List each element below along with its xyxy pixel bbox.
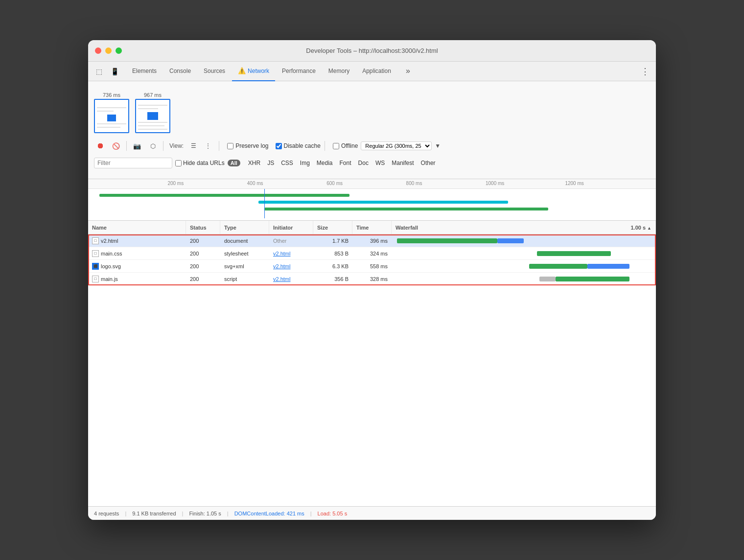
td-status-0: 200 xyxy=(186,234,220,247)
td-initiator-0: Other xyxy=(269,234,313,247)
td-waterfall-3 xyxy=(392,273,656,285)
tab-memory[interactable]: Memory xyxy=(323,62,355,81)
status-bar: 4 requests | 9.1 KB transferred | Finish… xyxy=(88,506,656,520)
devtools-menu-icon[interactable]: ⋮ xyxy=(638,65,652,78)
offline-checkbox[interactable] xyxy=(333,143,339,149)
timeline-bar-green-2 xyxy=(264,208,548,210)
tab-bar: ⬚ 📱 Elements Console Sources ⚠️ Network … xyxy=(88,62,656,81)
th-waterfall[interactable]: Waterfall 1.00 s▲ xyxy=(392,221,656,234)
ruler-tick-1200: 1200 ms xyxy=(565,181,583,186)
tree-view-icon[interactable]: ⋮ xyxy=(201,139,215,153)
table-row[interactable]: □ v2.html 200 document Other 1.7 KB 396 … xyxy=(88,234,656,247)
filter-font[interactable]: Font xyxy=(337,159,354,167)
timeline-bar-green-1 xyxy=(99,194,349,197)
filename-1: main.css xyxy=(101,251,122,257)
type-filters: XHR JS CSS Img Media Font Doc WS Manifes… xyxy=(245,159,439,167)
status-dom-content: DOMContentLoaded: 421 ms xyxy=(234,511,304,516)
filter-media[interactable]: Media xyxy=(314,159,336,167)
minimize-button[interactable] xyxy=(105,47,112,54)
clear-button[interactable]: 🚫 xyxy=(110,140,122,152)
filter-icon-button[interactable]: ⬡ xyxy=(146,140,159,152)
device-icon[interactable]: 📱 xyxy=(108,65,121,78)
table-row[interactable]: ⬛ logo.svg 200 svg+xml v2.html 6.3 KB 55… xyxy=(88,260,656,273)
tab-more[interactable]: » xyxy=(400,62,416,81)
filter-css[interactable]: CSS xyxy=(278,159,296,167)
th-name[interactable]: Name xyxy=(88,221,186,234)
filter-input[interactable] xyxy=(94,158,172,168)
td-name-1: □ main.css xyxy=(88,247,186,259)
thumbnail-item-0[interactable]: 736 ms xyxy=(94,92,129,133)
fullscreen-button[interactable] xyxy=(116,47,122,54)
wf-bar-green-0 xyxy=(397,238,497,243)
hide-data-urls-checkbox[interactable] xyxy=(175,160,182,166)
td-waterfall-2 xyxy=(392,260,656,272)
td-initiator-1[interactable]: v2.html xyxy=(269,247,313,259)
tab-elements[interactable]: Elements xyxy=(126,62,163,81)
td-type-3: script xyxy=(220,273,269,285)
td-initiator-3[interactable]: v2.html xyxy=(269,273,313,285)
filter-doc[interactable]: Doc xyxy=(355,159,372,167)
td-waterfall-0 xyxy=(392,234,656,247)
filter-other[interactable]: Other xyxy=(418,159,439,167)
table-row[interactable]: □ main.js 200 script v2.html 356 B 328 m… xyxy=(88,273,656,285)
td-type-0: document xyxy=(220,234,269,247)
file-icon-1: □ xyxy=(92,250,99,257)
filter-ws[interactable]: WS xyxy=(372,159,388,167)
throttle-arrow-icon: ▼ xyxy=(435,142,441,149)
close-button[interactable] xyxy=(95,47,101,54)
td-size-3: 356 B xyxy=(313,273,352,285)
ruler-tick-1000: 1000 ms xyxy=(486,181,504,186)
thumbnail-frame-1 xyxy=(135,99,170,133)
td-name-3: □ main.js xyxy=(88,273,186,285)
waterfall-time-label: 1.00 s▲ xyxy=(630,225,651,231)
tab-console[interactable]: Console xyxy=(163,62,197,81)
preserve-log-checkbox[interactable] xyxy=(227,143,233,149)
devtools-window: Developer Tools – http://localhost:3000/… xyxy=(88,40,656,520)
tab-performance[interactable]: Performance xyxy=(276,62,322,81)
table-row[interactable]: □ main.css 200 stylesheet v2.html 853 B … xyxy=(88,247,656,260)
rows-container: □ v2.html 200 document Other 1.7 KB 396 … xyxy=(88,234,656,285)
td-type-2: svg+xml xyxy=(220,260,269,272)
status-requests: 4 requests xyxy=(94,511,119,516)
window-title: Developer Tools – http://localhost:3000/… xyxy=(306,47,438,54)
traffic-lights xyxy=(95,47,122,54)
offline-label: Offline xyxy=(341,142,358,149)
tab-application[interactable]: Application xyxy=(356,62,397,81)
td-initiator-2[interactable]: v2.html xyxy=(269,260,313,272)
tab-sources[interactable]: Sources xyxy=(198,62,231,81)
thumbnail-frame-0 xyxy=(94,99,129,133)
thumbnail-item-1[interactable]: 967 ms xyxy=(135,92,170,133)
controls-row: ⏺ 🚫 📷 ⬡ View: ☰ ⋮ Preserve log Disable c… xyxy=(92,137,652,155)
divider-4 xyxy=(325,141,325,151)
disable-cache-checkbox[interactable] xyxy=(276,143,282,149)
record-button[interactable]: ⏺ xyxy=(94,140,107,152)
td-status-3: 200 xyxy=(186,273,220,285)
status-transferred: 9.1 KB transferred xyxy=(132,511,176,516)
filter-xhr[interactable]: XHR xyxy=(245,159,263,167)
td-status-1: 200 xyxy=(186,247,220,259)
preserve-log-label: Preserve log xyxy=(235,142,268,149)
filter-js[interactable]: JS xyxy=(264,159,277,167)
th-size[interactable]: Size xyxy=(313,221,352,234)
th-status[interactable]: Status xyxy=(186,221,220,234)
status-finish: Finish: 1.05 s xyxy=(189,511,221,516)
tab-network[interactable]: ⚠️ Network xyxy=(232,62,275,81)
inspect-icon[interactable]: ⬚ xyxy=(92,65,106,78)
screenshot-button[interactable]: 📷 xyxy=(131,140,143,152)
filter-manifest[interactable]: Manifest xyxy=(389,159,417,167)
devtools-icons: ⬚ 📱 xyxy=(92,65,121,78)
th-initiator[interactable]: Initiator xyxy=(269,221,313,234)
filter-img[interactable]: Img xyxy=(297,159,313,167)
th-time[interactable]: Time xyxy=(352,221,392,234)
wf-bar-blue-2 xyxy=(587,264,629,269)
timeline-marker xyxy=(264,189,265,218)
all-filter-button[interactable]: All xyxy=(228,160,240,166)
hide-data-urls-label: Hide data URLs xyxy=(183,160,225,166)
throttle-select[interactable]: Regular 2G (300ms, 25 xyxy=(361,141,432,150)
filename-2: logo.svg xyxy=(101,263,121,269)
th-type[interactable]: Type xyxy=(220,221,269,234)
td-time-0: 396 ms xyxy=(352,234,392,247)
list-view-icon[interactable]: ☰ xyxy=(186,139,200,153)
file-icon-0: □ xyxy=(92,237,99,244)
wf-bar-green-2 xyxy=(529,264,587,269)
